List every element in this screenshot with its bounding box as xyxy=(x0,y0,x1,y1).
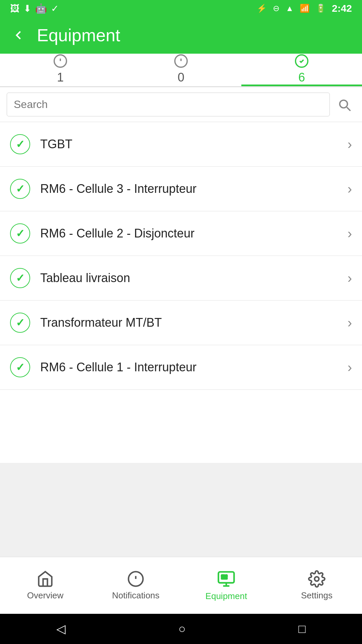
back-button[interactable] xyxy=(10,27,27,44)
item-label-tgbt: TGBT xyxy=(40,137,348,151)
check-icon-tableau xyxy=(10,268,30,288)
check-icon-transfo xyxy=(10,313,30,333)
search-input[interactable] xyxy=(7,93,330,116)
item-label-rm6-c3: RM6 - Cellule 3 - Interrupteur xyxy=(40,182,348,196)
equipment-item-rm6-c2[interactable]: RM6 - Cellule 2 - Disjoncteur › xyxy=(0,211,362,256)
wifi-icon: ▲ xyxy=(286,4,294,13)
nav-item-settings[interactable]: Settings xyxy=(272,557,362,614)
equipment-list: TGBT › RM6 - Cellule 3 - Interrupteur › … xyxy=(0,122,362,463)
tab-alert-2[interactable]: 0 xyxy=(121,54,241,86)
chevron-right-tgbt: › xyxy=(348,137,352,152)
chevron-right-rm6-c1: › xyxy=(348,360,352,375)
signal-icon: 📶 xyxy=(300,4,310,13)
check-icon-rm6-c1 xyxy=(10,357,30,377)
nav-label-equipment: Equipment xyxy=(205,591,247,601)
equipment-item-tableau[interactable]: Tableau livraison › xyxy=(0,256,362,301)
android-icon: 🤖 xyxy=(35,3,47,14)
header: Equipment xyxy=(0,17,362,54)
check-icon-tgbt xyxy=(10,134,30,154)
nav-label-overview: Overview xyxy=(27,590,63,601)
equipment-item-rm6-c3[interactable]: RM6 - Cellule 3 - Interrupteur › xyxy=(0,167,362,211)
equipment-item-transfo[interactable]: Transformateur MT/BT › xyxy=(0,301,362,345)
check-status-icon: ✓ xyxy=(51,3,59,14)
svg-rect-13 xyxy=(222,575,225,577)
tab-count-2: 0 xyxy=(178,70,184,85)
check-icon-rm6-c3 xyxy=(10,179,30,199)
page-title: Equipment xyxy=(37,25,120,45)
tab-bar: 1 0 6 xyxy=(0,54,362,87)
photo-icon: 🖼 xyxy=(10,3,19,14)
svg-rect-14 xyxy=(226,575,227,577)
check-icon-rm6-c2 xyxy=(10,223,30,244)
tab-check[interactable]: 6 xyxy=(241,54,362,86)
battery-icon: 🔋 xyxy=(316,4,326,13)
search-button[interactable] xyxy=(333,94,355,116)
nav-label-settings: Settings xyxy=(301,590,333,601)
bottom-nav: Overview Notifications Equipment Setting… xyxy=(0,557,362,614)
chevron-right-transfo: › xyxy=(348,315,352,330)
nav-item-notifications[interactable]: Notifications xyxy=(90,557,181,614)
equipment-item-tgbt[interactable]: TGBT › xyxy=(0,122,362,167)
tab-alert-1[interactable]: 1 xyxy=(0,54,121,86)
empty-area xyxy=(0,463,362,557)
nav-label-notifications: Notifications xyxy=(112,590,160,601)
tab-count-1: 1 xyxy=(57,70,64,85)
nav-item-equipment[interactable]: Equipment xyxy=(181,557,272,614)
download-icon: ⬇ xyxy=(23,3,31,14)
status-bar-right: ⚡ ⊖ ▲ 📶 🔋 2:42 xyxy=(257,3,352,14)
android-nav-bar: ◁ ○ □ xyxy=(0,614,362,644)
chevron-right-rm6-c2: › xyxy=(348,226,352,241)
android-back-button[interactable]: ◁ xyxy=(56,622,66,636)
status-time: 2:42 xyxy=(332,3,352,14)
android-recent-button[interactable]: □ xyxy=(298,622,306,636)
item-label-rm6-c2: RM6 - Cellule 2 - Disjoncteur xyxy=(40,226,348,240)
chevron-right-rm6-c3: › xyxy=(348,181,352,197)
nav-item-overview[interactable]: Overview xyxy=(0,557,90,614)
svg-point-16 xyxy=(315,577,319,581)
search-bar xyxy=(0,87,362,122)
equipment-item-rm6-c1[interactable]: RM6 - Cellule 1 - Interrupteur › xyxy=(0,345,362,390)
item-label-rm6-c1: RM6 - Cellule 1 - Interrupteur xyxy=(40,360,348,374)
minus-circle-icon: ⊖ xyxy=(273,4,280,13)
status-bar: 🖼 ⬇ 🤖 ✓ ⚡ ⊖ ▲ 📶 🔋 2:42 xyxy=(0,0,362,17)
item-label-transfo: Transformateur MT/BT xyxy=(40,316,348,330)
status-bar-left: 🖼 ⬇ 🤖 ✓ xyxy=(10,3,59,14)
chevron-right-tableau: › xyxy=(348,271,352,286)
android-home-button[interactable]: ○ xyxy=(178,622,186,636)
item-label-tableau: Tableau livraison xyxy=(40,271,348,285)
bluetooth-icon: ⚡ xyxy=(257,4,267,13)
svg-rect-15 xyxy=(222,578,227,579)
tab-count-3: 6 xyxy=(298,70,305,85)
